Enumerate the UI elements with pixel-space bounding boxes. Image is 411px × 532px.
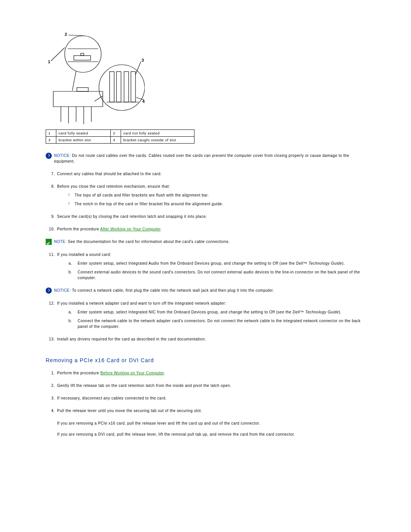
section-heading: Removing a PCIe x16 Card or DVI Card: [46, 357, 365, 363]
note-check-icon: [46, 239, 52, 245]
callout-2: 2: [65, 32, 67, 37]
step-item: 13.Install any drivers required for the …: [46, 336, 365, 342]
legend-num: 1: [46, 130, 56, 137]
after-working-link[interactable]: After Working on Your Computer: [100, 227, 160, 231]
legend-desc: card fully seated: [56, 130, 111, 137]
notice-label: NOTICE:: [54, 288, 72, 292]
legend-desc: bracket within slot: [56, 137, 111, 144]
alpha-list: a.Enter system setup, select Integrated …: [68, 260, 365, 281]
svg-line-5: [51, 48, 65, 61]
svg-rect-3: [74, 56, 91, 60]
steps-list: 12.If you installed a network adapter ca…: [46, 300, 365, 342]
step-item: 3.If necessary, disconnect any cables co…: [46, 395, 365, 401]
step-item: 8.Before you close the card retention me…: [46, 184, 365, 207]
svg-rect-15: [77, 88, 88, 91]
step-item: 4.Pull the release lever until you move …: [46, 408, 365, 414]
before-working-link[interactable]: Before Working on Your Computer: [100, 371, 164, 375]
note-label: NOTE:: [54, 240, 68, 244]
callout-1: 1: [48, 59, 51, 64]
alpha-item: a.Enter system setup, select Integrated …: [68, 260, 365, 266]
card-seating-diagram: 1 2 3 4: [46, 30, 145, 126]
steps-list: 7.Connect any cables that should be atta…: [46, 171, 365, 232]
legend-table: 1 card fully seated 2 card not fully sea…: [46, 129, 194, 144]
notice-text: To connect a network cable, first plug t…: [72, 288, 274, 292]
note-block: NOTE: See the documentation for the card…: [46, 239, 365, 245]
callout-3: 3: [142, 58, 144, 62]
svg-point-0: [65, 36, 101, 72]
table-row: 1 card fully seated 2 card not fully sea…: [46, 130, 194, 137]
paragraph: If you are removing a DVI card, pull the…: [57, 431, 365, 437]
alpha-item: b.Connect the network cable to the netwo…: [68, 318, 365, 329]
notice-block: NOTICE: Do not route card cables over th…: [46, 153, 365, 164]
notice-text: Do not route card cables over the cards.…: [54, 153, 349, 163]
svg-rect-8: [110, 72, 114, 102]
legend-desc: card not fully seated: [121, 130, 194, 137]
step-item: 9.Secure the card(s) by closing the card…: [46, 214, 365, 219]
svg-rect-11: [131, 72, 135, 102]
step-item: 11.If you installed a sound card: a.Ente…: [46, 252, 365, 281]
svg-line-21: [72, 71, 76, 91]
alpha-item: b.Connect external audio devices to the …: [68, 269, 365, 281]
svg-point-7: [99, 65, 145, 110]
step-item: 1.Perform the procedure Before Working o…: [46, 370, 365, 376]
alpha-list: a.Enter system setup, select Integrated …: [68, 309, 365, 329]
svg-line-13: [135, 62, 141, 75]
note-text: See the documentation for the card for i…: [68, 240, 229, 244]
step-item: 2.Gently lift the release tab on the car…: [46, 383, 365, 388]
document-page: 1 2 3 4 1 card fully seated 2 card not f…: [0, 0, 411, 465]
callout-4: 4: [142, 99, 145, 104]
svg-rect-9: [116, 72, 121, 102]
legend-num: 4: [111, 137, 121, 144]
legend-num: 2: [111, 130, 121, 137]
sub-list: The tops of all cards and filler bracket…: [68, 192, 365, 207]
svg-line-6: [68, 35, 84, 36]
paragraph: If you are removing a PCIe x16 card, pul…: [57, 420, 365, 426]
table-row: 3 bracket within slot 4 bracket caught o…: [46, 137, 194, 144]
step-item: 10.Perform the procedure After Working o…: [46, 226, 365, 232]
notice-icon: [46, 153, 52, 159]
steps-list: 11.If you installed a sound card: a.Ente…: [46, 252, 365, 281]
legend-desc: bracket caught outside of slot: [121, 137, 194, 144]
svg-line-22: [94, 96, 103, 101]
alpha-item: a.Enter system setup, select Integrated …: [68, 309, 365, 315]
notice-block: NOTICE: To connect a network cable, firs…: [46, 288, 365, 294]
notice-label: NOTICE:: [54, 153, 72, 158]
notice-icon: [46, 288, 52, 294]
sub-item: The notch in the top of the card or fill…: [68, 201, 365, 207]
legend-num: 3: [46, 137, 56, 144]
steps-list-2: 1.Perform the procedure Before Working o…: [46, 370, 365, 414]
sub-item: The tops of all cards and filler bracket…: [68, 192, 365, 198]
step-item: 12.If you installed a network adapter ca…: [46, 300, 365, 329]
svg-rect-4: [81, 53, 84, 56]
step-item: 7.Connect any cables that should be atta…: [46, 171, 365, 177]
svg-rect-10: [124, 72, 129, 102]
